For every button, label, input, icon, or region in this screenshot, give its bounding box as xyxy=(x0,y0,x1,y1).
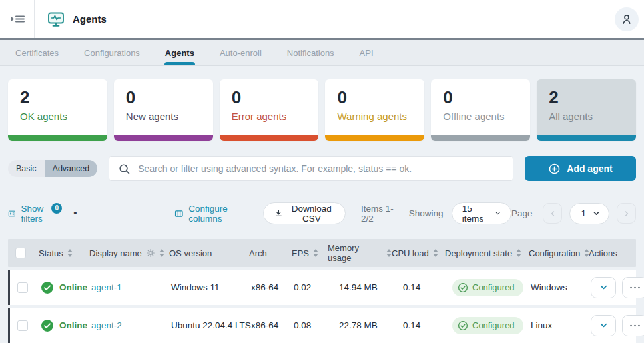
user-menu-button[interactable] xyxy=(615,7,639,31)
page-size-value: 15 items xyxy=(462,204,487,224)
tab-label: Agents xyxy=(165,48,194,58)
configuration-cell: Linux xyxy=(531,320,591,330)
sort-icon[interactable] xyxy=(386,249,392,257)
configuration-value: Linux xyxy=(531,320,552,330)
card-all-agents[interactable]: 2All agents xyxy=(537,79,636,141)
sort-down-arrow xyxy=(313,254,318,257)
add-agent-label: Add agent xyxy=(567,163,612,174)
tab-configurations[interactable]: Configurations xyxy=(71,40,153,65)
column-header-status[interactable]: Status xyxy=(39,248,89,258)
memory-usage-cell: 22.78 MB xyxy=(330,320,394,330)
column-header-actions: Actions xyxy=(589,248,636,258)
chevron-left-icon xyxy=(549,210,557,218)
eps-cell: 0.02 xyxy=(294,282,330,292)
sort-down-arrow xyxy=(516,254,521,257)
chevron-down-icon xyxy=(599,320,609,330)
card-value: 0 xyxy=(443,88,518,107)
tab-api[interactable]: API xyxy=(347,40,386,65)
select-all-checkbox[interactable] xyxy=(15,248,26,258)
column-label: Configuration xyxy=(529,248,580,258)
row-checkbox[interactable] xyxy=(17,282,28,293)
os-version-value: Windows 11 xyxy=(171,282,220,292)
sort-down-arrow xyxy=(386,254,392,257)
column-header-memory-usage[interactable]: Memory usage xyxy=(328,243,392,263)
column-header-configuration[interactable]: Configuration xyxy=(529,248,589,258)
expand-row-button[interactable] xyxy=(591,277,616,298)
status-cell: Online xyxy=(41,281,91,294)
column-label: CPU load xyxy=(392,248,429,258)
filter-row: Basic Advanced Add agent xyxy=(8,156,636,181)
card-new-agents[interactable]: 0New agents xyxy=(114,79,213,141)
column-header-deployment-state[interactable]: Deployment state xyxy=(445,248,529,258)
previous-page-button[interactable] xyxy=(543,203,562,224)
memory-usage-value: 22.78 MB xyxy=(339,320,378,330)
sort-icon[interactable] xyxy=(313,249,318,257)
sort-up-arrow xyxy=(386,249,392,252)
card-label: Offline agents xyxy=(443,111,518,122)
chevron-down-icon xyxy=(592,209,601,218)
agent-name-link[interactable]: agent-1 xyxy=(91,282,122,292)
tab-notifications[interactable]: Notifications xyxy=(274,40,347,65)
os-version-cell: Ubuntu 22.04.4 LTS xyxy=(171,320,251,330)
add-agent-button[interactable]: Add agent xyxy=(525,156,636,181)
tab-label: Certificates xyxy=(15,48,59,58)
basic-mode-button[interactable]: Basic xyxy=(8,160,45,177)
tab-auto-enroll[interactable]: Auto-enroll xyxy=(207,40,274,65)
next-page-button[interactable] xyxy=(617,203,636,224)
column-label: Deployment state xyxy=(445,248,512,258)
user-area xyxy=(609,0,644,38)
column-header-eps[interactable]: EPS xyxy=(292,248,328,258)
search-icon xyxy=(118,163,131,175)
card-offline-agents[interactable]: 0Offline agents xyxy=(431,79,530,141)
sort-up-arrow xyxy=(433,249,438,252)
page-number-dropdown[interactable]: 1 xyxy=(569,203,609,224)
memory-usage-cell: 14.94 MB xyxy=(330,282,394,292)
chevron-down-icon xyxy=(495,209,501,218)
sort-up-arrow xyxy=(159,249,164,252)
online-check-icon xyxy=(41,319,54,332)
configure-columns-button[interactable]: Configure columns xyxy=(174,204,245,224)
card-error-agents[interactable]: 0Error agents xyxy=(220,79,319,141)
card-color-bar xyxy=(220,135,319,141)
chevron-right-icon xyxy=(623,210,631,218)
page-size-dropdown[interactable]: 15 items xyxy=(452,202,511,224)
table-header-row: Status Display name OS version Arch EPS … xyxy=(8,239,636,267)
column-header-display-name[interactable]: Display name xyxy=(89,248,169,258)
tab-agents[interactable]: Agents xyxy=(153,40,207,65)
column-header-cpu-load[interactable]: CPU load xyxy=(392,248,445,258)
column-label: Memory usage xyxy=(328,243,382,263)
show-filters-button[interactable]: Show filters 0 • xyxy=(8,204,77,224)
agents-page: Agents Certificates Configurations Agent… xyxy=(0,0,644,343)
gear-icon[interactable] xyxy=(146,248,155,258)
cpu-load-value: 0.14 xyxy=(403,282,420,292)
search-input[interactable] xyxy=(138,163,504,174)
row-menu-button[interactable] xyxy=(622,277,644,298)
expand-row-button[interactable] xyxy=(591,315,616,336)
column-label: Actions xyxy=(589,248,617,258)
sort-icon[interactable] xyxy=(516,249,521,257)
row-checkbox[interactable] xyxy=(17,320,28,331)
tab-label: Configurations xyxy=(84,48,140,58)
eps-cell: 0.08 xyxy=(294,320,330,330)
advanced-mode-button[interactable]: Advanced xyxy=(45,160,98,177)
status-cell: Online xyxy=(41,319,91,332)
card-label: Warning agents xyxy=(337,111,412,122)
sort-icon[interactable] xyxy=(159,249,164,257)
status-badge: Online xyxy=(59,282,87,292)
sidebar-toggle-button[interactable] xyxy=(0,0,35,38)
actions-cell xyxy=(591,277,644,298)
agent-name-link[interactable]: agent-2 xyxy=(91,320,122,330)
row-menu-button[interactable] xyxy=(622,315,644,336)
showing-label: Showing xyxy=(409,208,444,218)
table-row-agent-2: Online agent-2 Ubuntu 22.04.4 LTS x86-64… xyxy=(8,308,636,343)
sort-icon[interactable] xyxy=(67,249,73,257)
card-warning-agents[interactable]: 0Warning agents xyxy=(325,79,424,141)
card-label: New agents xyxy=(126,111,201,122)
card-ok-agents[interactable]: 2OK agents xyxy=(8,79,107,141)
download-csv-button[interactable]: Download CSV xyxy=(263,202,346,224)
sort-icon[interactable] xyxy=(433,249,438,257)
agents-monitor-icon xyxy=(47,10,65,29)
card-color-bar xyxy=(431,135,530,141)
configuration-value: Windows xyxy=(531,282,567,292)
tab-certificates[interactable]: Certificates xyxy=(3,40,71,65)
